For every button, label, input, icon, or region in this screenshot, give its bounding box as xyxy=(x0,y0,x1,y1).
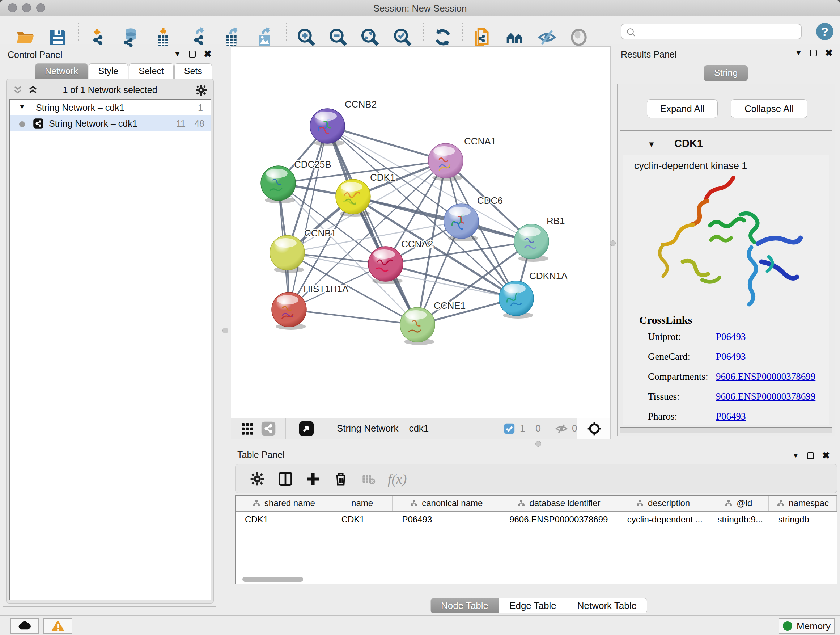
network-edge[interactable] xyxy=(289,310,417,325)
gear-icon[interactable] xyxy=(195,84,208,97)
column-header-name[interactable]: name xyxy=(332,496,393,511)
import-table-file-button[interactable] xyxy=(153,27,173,48)
share-view-icon[interactable] xyxy=(261,421,276,436)
tab-sets[interactable]: Sets xyxy=(174,63,212,79)
tab-style[interactable]: Style xyxy=(88,63,128,79)
birdseye-view-icon[interactable] xyxy=(298,421,314,437)
export-network-file-button[interactable] xyxy=(190,27,210,48)
network-canvas[interactable]: CCNB2CCNA1CDC25BCDK1CDC6RB1CCNB1CCNA2CDK… xyxy=(231,47,610,418)
network-view-panel[interactable]: CCNB2CCNA1CDC25BCDK1CDC6RB1CCNB1CCNA2CDK… xyxy=(231,46,611,439)
cloud-status-button[interactable] xyxy=(10,618,39,633)
section-caret-icon[interactable]: ▼ xyxy=(647,140,655,149)
panel-menu-caret-icon[interactable]: ▼ xyxy=(792,451,799,460)
gene-section-header[interactable]: ▼ CDK1 xyxy=(620,134,832,154)
tab-edge-table[interactable]: Edge Table xyxy=(499,598,567,613)
tab-select[interactable]: Select xyxy=(129,63,173,79)
splitter-handle[interactable] xyxy=(535,441,541,447)
network-edge[interactable] xyxy=(353,196,531,241)
network-view-toolbar: String Network – cdk1 1 – 0 0 – 0 xyxy=(231,418,610,439)
search-input[interactable] xyxy=(621,24,802,40)
horizontal-scrollbar[interactable] xyxy=(242,577,303,582)
network-edge[interactable] xyxy=(289,126,327,310)
crosslink-link[interactable]: 9606.ENSP00000378699 xyxy=(716,371,815,382)
crosshair-icon[interactable] xyxy=(586,421,602,437)
network-edge[interactable] xyxy=(327,126,446,161)
tab-network[interactable]: Network xyxy=(35,63,88,79)
column-header-namespac[interactable]: namespac xyxy=(769,496,837,511)
show-all-button[interactable] xyxy=(569,27,589,48)
crosslink-link[interactable]: P06493 xyxy=(716,411,746,422)
export-image-file-button[interactable] xyxy=(255,27,275,48)
network-node-CDKN1A[interactable]: CDKN1A xyxy=(499,271,568,318)
protein-structure-image xyxy=(649,171,805,312)
first-neighbors-button[interactable] xyxy=(505,27,525,48)
export-table-icon xyxy=(222,27,242,48)
network-node-CCNA1[interactable]: CCNA1 xyxy=(428,136,496,181)
results-scrollbar[interactable] xyxy=(620,428,832,433)
tree-row-network[interactable]: String Network – cdk11148 xyxy=(10,116,211,131)
collapse-all-button[interactable]: Collapse All xyxy=(731,99,807,118)
open-session-button[interactable] xyxy=(15,27,35,48)
column-header-shared-name[interactable]: shared name xyxy=(235,496,332,511)
network-edge[interactable] xyxy=(327,126,417,325)
table-cell[interactable]: 9606.ENSP00000378699 xyxy=(500,512,618,527)
save-session-button[interactable] xyxy=(48,27,68,48)
network-node-RB1[interactable]: RB1 xyxy=(514,215,565,262)
column-header--id[interactable]: @id xyxy=(708,496,769,511)
tree-row-collection[interactable]: ▼String Network – cdk11 xyxy=(10,100,211,116)
table-cell[interactable]: CDK1 xyxy=(235,512,332,527)
hide-selected-button[interactable] xyxy=(537,27,557,48)
close-panel-icon[interactable]: ✖ xyxy=(822,452,830,459)
column-header-database-identifier[interactable]: database identifier xyxy=(500,496,618,511)
node-count: 11 xyxy=(176,119,186,129)
tab-network-table[interactable]: Network Table xyxy=(567,598,647,613)
edge-count: 48 xyxy=(194,119,204,129)
zoom-in-button[interactable] xyxy=(296,27,317,48)
table-settings-gear-icon[interactable] xyxy=(249,471,265,487)
apply-layout-button[interactable] xyxy=(433,27,453,48)
help-button[interactable]: ? xyxy=(816,23,834,40)
add-column-icon[interactable] xyxy=(305,471,321,487)
tab-node-table[interactable]: Node Table xyxy=(431,598,499,613)
close-panel-icon[interactable]: ✖ xyxy=(825,50,833,57)
float-panel-icon[interactable] xyxy=(810,50,817,57)
table-cell[interactable]: stringdb xyxy=(769,512,837,527)
network-node-CDC6[interactable]: CDC6 xyxy=(444,195,503,241)
panel-menu-caret-icon[interactable]: ▼ xyxy=(174,50,181,58)
splitter-handle[interactable] xyxy=(610,241,616,246)
delete-column-trash-icon[interactable] xyxy=(333,471,349,487)
show-columns-icon[interactable] xyxy=(278,471,294,487)
crosslink-link[interactable]: P06493 xyxy=(716,331,746,342)
panel-menu-caret-icon[interactable]: ▼ xyxy=(795,49,802,57)
import-network-file-button[interactable] xyxy=(88,27,109,48)
crosslink-link[interactable]: 9606.ENSP00000378699 xyxy=(716,391,815,402)
table-cell[interactable]: cyclin-dependent ... xyxy=(618,512,708,527)
close-panel-icon[interactable]: ✖ xyxy=(204,51,212,57)
network-node-CCNB1[interactable]: CCNB1 xyxy=(270,228,336,273)
memory-button[interactable]: Memory xyxy=(778,618,835,634)
zoom-out-button[interactable] xyxy=(328,27,348,48)
zoom-fit-button[interactable] xyxy=(360,27,380,48)
crosslink-link[interactable]: P06493 xyxy=(716,351,746,363)
network-node-HIST1H1A[interactable]: HIST1H1A xyxy=(272,283,349,330)
column-header-canonical-name[interactable]: canonical name xyxy=(393,496,500,511)
selected-checkbox-icon[interactable] xyxy=(503,423,515,435)
export-table-file-button[interactable] xyxy=(222,27,242,48)
network-node-CCNB2[interactable]: CCNB2 xyxy=(310,99,377,146)
warnings-button[interactable] xyxy=(43,618,73,633)
float-panel-icon[interactable] xyxy=(807,452,814,459)
table-cell[interactable]: stringdb:9... xyxy=(708,512,769,527)
table-row[interactable]: CDK1CDK1P064939606.ENSP00000378699cyclin… xyxy=(235,512,837,527)
grid-view-icon[interactable] xyxy=(240,421,254,436)
zoom-selected-button[interactable] xyxy=(393,27,413,48)
float-panel-icon[interactable] xyxy=(189,51,196,57)
tab-string[interactable]: String xyxy=(704,65,748,81)
tree-expand-caret-icon[interactable]: ▼ xyxy=(19,103,26,111)
open-in-browser-button[interactable] xyxy=(472,27,493,48)
table-cell[interactable]: P06493 xyxy=(393,512,500,527)
column-header-description[interactable]: description xyxy=(618,496,708,511)
splitter-handle[interactable] xyxy=(223,328,228,333)
expand-all-button[interactable]: Expand All xyxy=(647,99,718,118)
table-cell[interactable]: CDK1 xyxy=(332,512,393,527)
import-network-database-button[interactable] xyxy=(120,27,140,48)
